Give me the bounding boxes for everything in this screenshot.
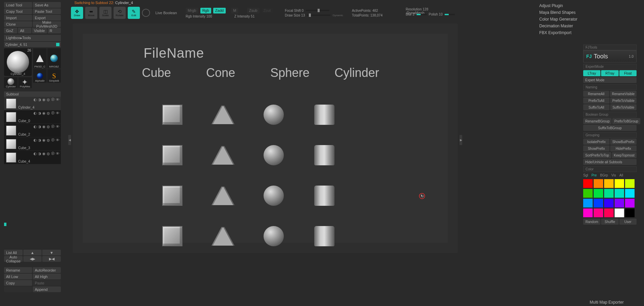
color-swatch[interactable] [625,199,635,207]
color-swatch[interactable] [615,208,624,217]
goz-button[interactable]: GoZ [4,28,17,33]
active-tool-display[interactable]: Cylinder_4. 51 [4,42,61,47]
rename-bgroup-button[interactable]: RenameBGroup [583,118,612,124]
subtool-item[interactable]: ◐ ◑ ◉ ◍ ⦿ 👁Cube_4 [4,151,61,164]
goz-r-button[interactable]: R [48,28,61,33]
hide-prefix-button[interactable]: HidePrefix [610,145,637,151]
live-boolean-button[interactable]: Live Boolean [155,11,177,15]
rotate-mode-button[interactable]: ⟲Rotate [114,7,126,19]
left-tray-handle[interactable]: ◀ [68,135,71,145]
draw-size-slider[interactable] [307,15,330,16]
move-up-button[interactable]: ▲ [23,250,42,255]
plugin-item[interactable]: Adjust Plugin [539,3,603,8]
rgb-button[interactable]: Rgb [200,8,211,13]
move-down-button[interactable]: ▼ [42,250,61,255]
color-swatch[interactable] [583,208,593,217]
auto-collapse-button[interactable]: Auto Collapse [4,256,23,262]
list-all-button[interactable]: List All [4,250,23,255]
zadd-button[interactable]: Zadd [213,8,226,13]
isolate-prefix-button[interactable]: IsolatePrefix [583,139,610,145]
keep-topmost-button[interactable]: KeepTopmost [612,152,637,158]
rtray-button[interactable]: RTray [601,70,618,76]
scale-mode-button[interactable]: ◫Scale [99,7,112,19]
goz-visible-button[interactable]: Visible [32,28,47,33]
plugin-item[interactable]: Color Map Generator [539,17,603,22]
show-prefix-button[interactable]: ShowPrefix [583,145,610,151]
color-tab-vis[interactable]: Vis [611,173,616,177]
mrgb-button[interactable]: Mrgb [186,8,198,13]
auto-reorder-button[interactable]: AutoReorder [33,267,61,273]
tool-palette-item[interactable]: AlphaBr [33,69,47,83]
prefix-all-button[interactable]: PrefixToAll [583,98,610,104]
tool-palette-item[interactable]: SSimpleB [47,69,61,83]
collapse-up-button[interactable]: ◀▶ [23,256,42,262]
plugin-item[interactable]: Maya Blend Shapes [539,10,603,15]
append-button[interactable]: Append [33,286,61,292]
gizmo-toggle-button[interactable] [142,9,150,17]
user-color-button[interactable]: User [619,219,637,225]
focal-shift-slider[interactable] [306,10,329,11]
ltray-button[interactable]: LTray [583,70,600,76]
shuffle-color-button[interactable]: Shuffle [601,219,618,225]
export-button[interactable]: Export [33,15,61,21]
polish-slider[interactable] [445,14,455,15]
multi-map-exporter-item[interactable]: Multi Map Exporter [590,300,624,305]
color-swatch[interactable] [615,179,624,188]
copy-subtool-button[interactable]: Copy [4,280,32,286]
all-low-button[interactable]: All Low [4,274,32,279]
color-swatch[interactable] [594,179,603,188]
plugin-item[interactable]: FBX ExportImport [539,30,603,35]
color-swatch[interactable] [615,199,624,207]
subtool-toggle-icons[interactable]: ◐ ◑ ◉ ◍ ⦿ 👁 [33,151,59,156]
clone-button[interactable]: Clone [4,21,32,27]
collapse-down-button[interactable]: ▶◀ [42,256,61,262]
color-swatch[interactable] [625,179,635,188]
import-button[interactable]: Import [4,15,32,21]
sort-prefix-top-button[interactable]: SortPrefixToTop [583,152,611,158]
color-swatch[interactable] [604,199,614,207]
rename-visible-button[interactable]: RenameVisible [610,91,637,97]
subtool-toggle-icons[interactable]: ◐ ◑ ◉ ◍ ⦿ 👁 [33,138,59,142]
color-tab-pre[interactable]: Pre [591,173,597,177]
color-swatch[interactable] [604,179,614,188]
all-high-button[interactable]: All High [33,274,61,279]
tool-palette-item[interactable]: PM3D_C [33,48,47,68]
paste-subtool-button[interactable]: Paste [33,280,61,286]
color-swatch[interactable] [594,199,603,207]
load-tool-button[interactable]: Load Tool [4,2,32,8]
subtool-toggle-icons[interactable]: ◐ ◑ ◉ ◍ ⦿ 👁 [33,111,59,115]
edit-mode-button[interactable]: ✎Edit [128,7,140,19]
rename-button[interactable]: Rename [4,267,32,273]
plugin-item[interactable]: Decimation Master [539,24,603,28]
current-tool-thumbnail[interactable]: 26 Cylinder_4 [4,48,32,76]
color-swatch[interactable] [625,208,635,217]
subtool-item[interactable]: ◐ ◑ ◉ ◍ ⦿ 👁Cube_0 [4,110,61,124]
suffix-bgroup-button[interactable]: SuffixToBGroup [583,125,637,131]
float-button[interactable]: Float [619,70,637,76]
viewport[interactable]: FileName Cube Cone Sphere Cylinder [73,24,458,253]
paste-tool-button[interactable]: Paste Tool [33,8,61,14]
expert-mode-button[interactable]: Expert Mode [583,77,637,83]
blur-slider[interactable] [417,14,427,15]
subtool-item[interactable]: ◐ ◑ ◉ ◍ ⦿ 👁Cube_3 [4,137,61,151]
move-mode-button[interactable]: ⬌Move [85,7,97,19]
color-tab-all[interactable]: All [619,173,623,177]
quickpick-item[interactable]: ✦PolyMes [18,77,32,88]
color-swatch[interactable] [583,199,593,207]
tool-palette-item[interactable]: MRGBZ [47,48,61,68]
color-swatch[interactable] [594,208,603,217]
fjtools-pre-header[interactable]: FJTools [583,45,637,50]
lightbox-tools-button[interactable]: Lightbox▸Tools [4,35,61,41]
color-tab-sgl[interactable]: Sgl [583,173,588,177]
suffix-all-button[interactable]: SuffixToAll [583,104,610,110]
quickpick-item[interactable]: Cylinder [4,77,18,88]
rename-all-button[interactable]: RenameAll [583,91,609,97]
suffix-visible-button[interactable]: SuffixToVisible [610,104,637,110]
prefix-visible-button[interactable]: PrefixToVisible [610,98,637,104]
color-tab-bgrp[interactable]: BGrp [600,173,608,177]
hide-unhide-all-button[interactable]: Hide/Unhide all Subtools [583,159,637,165]
m-button[interactable]: M [231,8,238,13]
zsub-button[interactable]: Zsub [247,8,259,13]
scroll-indicator-icon[interactable] [4,223,6,226]
save-as-button[interactable]: Save As [33,2,61,8]
